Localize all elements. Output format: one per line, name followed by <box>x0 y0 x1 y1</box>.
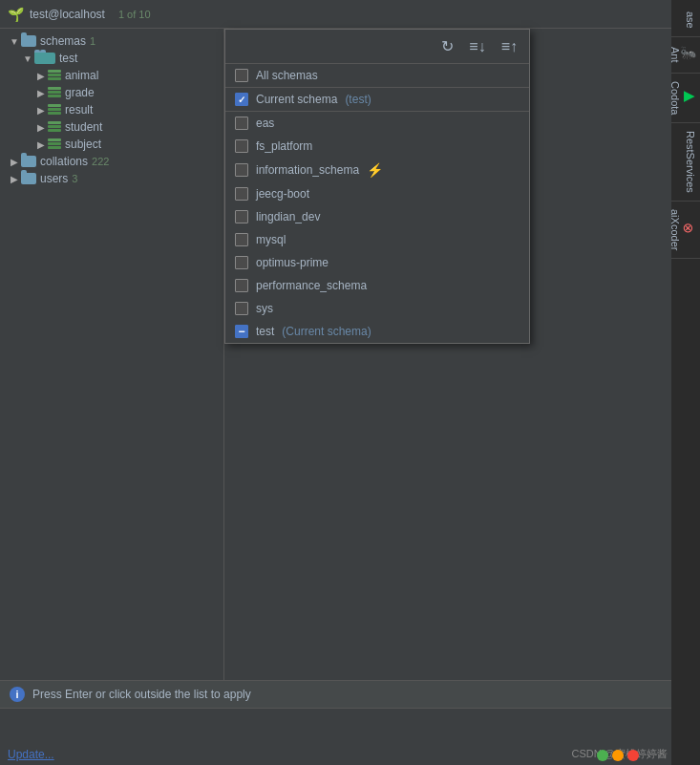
folder-icon-users <box>21 173 36 184</box>
table-icon-student <box>48 121 61 133</box>
arrow-result: ▶ <box>34 103 48 117</box>
tree-label-schemas: schemas <box>40 34 86 48</box>
arrow-collations: ▶ <box>8 155 21 168</box>
checkbox-jeecg-boot[interactable] <box>235 187 248 201</box>
checkbox-all[interactable] <box>235 69 248 82</box>
tree-label-test: test <box>59 52 77 65</box>
checkbox-test[interactable] <box>235 325 248 338</box>
checkbox-optimus-prime[interactable] <box>235 256 248 269</box>
sort-desc-button[interactable]: ≡↓ <box>465 36 489 57</box>
schema-name-lingdian-dev: lingdian_dev <box>256 210 320 223</box>
checkbox-fs-platform[interactable] <box>235 139 248 153</box>
main-area: 🌱 test@localhost 1 of 10 ▼ schemas 1 ▼ t… <box>0 0 671 765</box>
arrow-student: ▶ <box>34 120 48 134</box>
tree-item-test[interactable]: ▼ test <box>0 50 223 67</box>
schema-note-current: (test) <box>345 93 371 106</box>
header-bar: 🌱 test@localhost 1 of 10 <box>0 0 671 29</box>
sidebar: ▼ schemas 1 ▼ test ▶ animal <box>0 29 224 765</box>
schema-name-performance-schema: performance_schema <box>256 279 367 292</box>
schema-item-information-schema[interactable]: information_schema ⚡ <box>225 158 529 182</box>
checkbox-lingdian-dev[interactable] <box>235 210 248 223</box>
tree-item-schemas[interactable]: ▼ schemas 1 <box>0 32 223 50</box>
folder-icon-schemas <box>21 35 36 47</box>
schema-item-eas[interactable]: eas <box>225 112 529 135</box>
folder-icon-test2 <box>40 53 55 64</box>
update-link[interactable]: Update... <box>8 748 54 761</box>
bottom-bar: Update... <box>0 708 671 765</box>
table-icon-subject <box>48 138 61 150</box>
circle-green <box>597 750 608 761</box>
checkbox-information-schema[interactable] <box>235 163 248 177</box>
table-icon-grade <box>48 87 61 98</box>
tree-label-collations: collations <box>40 155 88 168</box>
schema-item-jeecg-boot[interactable]: jeecg-boot <box>225 182 529 205</box>
tree-item-student[interactable]: ▶ student <box>0 118 223 136</box>
tree-item-grade[interactable]: ▶ grade <box>0 84 223 101</box>
arrow-grade: ▶ <box>34 86 48 99</box>
schema-item-all[interactable]: All schemas <box>225 64 529 88</box>
arrow-test: ▼ <box>21 52 34 65</box>
tree-count-collations: 222 <box>92 156 109 167</box>
tab-restservices[interactable]: RestServices <box>671 123 700 202</box>
sort-asc-button[interactable]: ≡↑ <box>498 36 521 57</box>
checkbox-performance-schema[interactable] <box>235 279 248 292</box>
restservices-label: RestServices <box>685 131 696 193</box>
tree-label-subject: subject <box>65 138 101 151</box>
schema-name-fs-platform: fs_platform <box>256 139 312 153</box>
tree-label-animal: animal <box>65 69 98 82</box>
checkbox-mysql[interactable] <box>235 233 248 246</box>
tree-count-users: 3 <box>72 173 77 184</box>
schema-item-optimus-prime[interactable]: optimus-prime <box>225 251 529 274</box>
schema-name-test: test <box>256 325 274 338</box>
checkbox-current[interactable] <box>235 93 248 106</box>
connection-title: test@localhost <box>30 8 105 21</box>
tree-item-collations[interactable]: ▶ collations 222 <box>0 153 223 170</box>
schema-name-eas: eas <box>256 117 274 130</box>
circle-orange <box>612 750 624 761</box>
tree-icon: 🌱 <box>8 7 24 22</box>
schema-name-current: Current schema <box>256 93 337 106</box>
checkbox-eas[interactable] <box>235 117 248 130</box>
schema-item-sys[interactable]: sys <box>225 297 529 320</box>
base-label: ase <box>685 11 696 29</box>
checkbox-sys[interactable] <box>235 302 248 315</box>
info-text: Press Enter or click outside the list to… <box>32 688 251 701</box>
tab-ant[interactable]: 🐜 Ant <box>671 37 700 74</box>
tree-item-users[interactable]: ▶ users 3 <box>0 170 223 187</box>
tree-label-grade: grade <box>65 86 95 99</box>
tab-base[interactable]: ase <box>671 4 700 37</box>
arrow-schemas: ▼ <box>8 34 21 48</box>
right-sidebar: ase 🐜 Ant ▶ Codota RestServices ⊗ aiXcod… <box>671 0 700 765</box>
schema-name-information-schema: information_schema <box>256 163 359 177</box>
circle-red <box>627 750 639 761</box>
ant-icon: 🐜 <box>681 45 696 61</box>
schema-item-fs-platform[interactable]: fs_platform <box>225 135 529 158</box>
codota-icon: ▶ <box>681 81 696 111</box>
schema-item-test[interactable]: test (Current schema) <box>225 320 529 343</box>
schema-item-mysql[interactable]: mysql <box>225 228 529 251</box>
dropdown-toolbar: ↻ ≡↓ ≡↑ <box>225 30 529 64</box>
refresh-button[interactable]: ↻ <box>437 35 457 57</box>
schema-name-optimus-prime: optimus-prime <box>256 256 329 269</box>
tree-item-subject[interactable]: ▶ subject <box>0 136 223 153</box>
tab-aixcoder[interactable]: ⊗ aiXcoder <box>671 202 700 259</box>
schema-name-jeecg-boot: jeecg-boot <box>256 187 309 201</box>
tree-label-users: users <box>40 172 68 185</box>
schema-item-lingdian-dev[interactable]: lingdian_dev <box>225 205 529 228</box>
arrow-animal: ▶ <box>34 69 48 82</box>
arrow-subject: ▶ <box>34 138 48 151</box>
status-circles <box>597 750 639 761</box>
schema-item-performance-schema[interactable]: performance_schema <box>225 274 529 297</box>
tree-item-animal[interactable]: ▶ animal <box>0 67 223 84</box>
schema-item-current[interactable]: Current schema (test) <box>225 88 529 112</box>
table-icon-result <box>48 104 61 116</box>
page-indicator: 1 of 10 <box>118 9 151 20</box>
tree-label-student: student <box>65 120 102 134</box>
lightning-icon: ⚡ <box>367 162 383 178</box>
tree-item-result[interactable]: ▶ result <box>0 101 223 118</box>
schema-name-all: All schemas <box>256 69 318 82</box>
arrow-users: ▶ <box>8 172 21 185</box>
info-bar: i Press Enter or click outside the list … <box>0 680 671 708</box>
tab-codota[interactable]: ▶ Codota <box>671 74 700 123</box>
schema-name-mysql: mysql <box>256 233 286 246</box>
